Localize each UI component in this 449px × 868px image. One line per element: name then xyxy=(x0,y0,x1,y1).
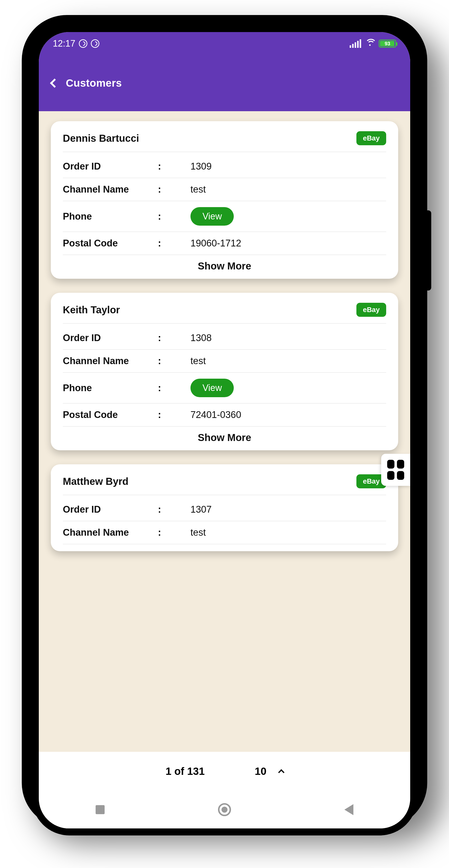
label-postal-code: Postal Code xyxy=(63,409,158,420)
label-order-id: Order ID xyxy=(63,161,158,172)
row-channel-name: Channel Name : test xyxy=(63,521,386,544)
status-right: 93 xyxy=(350,39,396,48)
grid-icon xyxy=(387,471,394,480)
status-bar: 12:17 93 xyxy=(39,32,410,55)
row-postal-code: Postal Code : 72401-0360 xyxy=(63,403,386,427)
battery-icon: 93 xyxy=(379,39,396,48)
pagination-text: 1 of 131 xyxy=(165,765,204,777)
customer-card: Keith Taylor eBay Order ID : 1308 Channe… xyxy=(51,293,398,450)
label-postal-code: Postal Code xyxy=(63,238,158,249)
pagination-bar: 1 of 131 10 xyxy=(39,752,410,791)
show-more-button[interactable]: Show More xyxy=(63,427,386,443)
colon: : xyxy=(158,238,190,249)
grid-view-button[interactable] xyxy=(381,454,410,486)
dnd-icon xyxy=(79,39,87,48)
value-order-id: 1309 xyxy=(190,161,386,172)
label-channel-name: Channel Name xyxy=(63,184,158,195)
label-phone: Phone xyxy=(63,383,158,394)
colon: : xyxy=(158,409,190,420)
card-header: Matthew Byrd eBay xyxy=(63,474,386,495)
customer-card: Matthew Byrd eBay Order ID : 1307 Channe… xyxy=(51,464,398,551)
label-order-id: Order ID xyxy=(63,333,158,343)
row-phone: Phone : View xyxy=(63,201,386,232)
colon: : xyxy=(158,355,190,366)
screen: 12:17 93 xyxy=(39,32,410,829)
page-size-selector[interactable]: 10 xyxy=(255,765,284,777)
colon: : xyxy=(158,161,190,172)
channel-badge: eBay xyxy=(356,131,386,145)
wifi-icon xyxy=(365,40,375,47)
show-more-button[interactable]: Show More xyxy=(63,255,386,272)
value-order-id: 1307 xyxy=(190,504,386,515)
label-channel-name: Channel Name xyxy=(63,527,158,538)
row-order-id: Order ID : 1309 xyxy=(63,155,386,178)
clock: 12:17 xyxy=(53,38,75,49)
colon: : xyxy=(158,383,190,394)
customer-name: Keith Taylor xyxy=(63,304,120,315)
android-nav-bar xyxy=(39,791,410,829)
signal-icon xyxy=(350,39,361,48)
grid-icon xyxy=(387,460,394,469)
value-order-id: 1308 xyxy=(190,333,386,343)
value-postal-code: 19060-1712 xyxy=(190,238,386,249)
label-order-id: Order ID xyxy=(63,504,158,515)
app-bar: Customers xyxy=(39,55,410,111)
content-area: Dennis Bartucci eBay Order ID : 1309 Cha… xyxy=(39,111,410,752)
home-button[interactable] xyxy=(218,803,231,816)
value-postal-code: 72401-0360 xyxy=(190,409,386,420)
customer-card: Dennis Bartucci eBay Order ID : 1309 Cha… xyxy=(51,121,398,279)
view-phone-button[interactable]: View xyxy=(190,207,234,226)
row-order-id: Order ID : 1308 xyxy=(63,327,386,350)
value-channel-name: test xyxy=(190,527,386,538)
value-channel-name: test xyxy=(190,355,386,366)
grid-icon xyxy=(397,460,404,469)
label-phone: Phone xyxy=(63,211,158,222)
chevron-up-icon xyxy=(278,769,284,775)
customer-name: Dennis Bartucci xyxy=(63,133,139,144)
back-button[interactable] xyxy=(344,804,353,815)
view-phone-button[interactable]: View xyxy=(190,379,234,397)
row-postal-code: Postal Code : 19060-1712 xyxy=(63,232,386,255)
colon: : xyxy=(158,333,190,343)
sync-icon xyxy=(91,39,99,48)
page-size-value: 10 xyxy=(255,765,266,777)
card-header: Dennis Bartucci eBay xyxy=(63,131,386,152)
label-channel-name: Channel Name xyxy=(63,355,158,366)
row-channel-name: Channel Name : test xyxy=(63,350,386,373)
page-title: Customers xyxy=(66,77,122,89)
phone-frame: 12:17 93 xyxy=(22,15,427,828)
colon: : xyxy=(158,527,190,538)
status-left: 12:17 xyxy=(53,38,99,49)
row-phone: Phone : View xyxy=(63,373,386,403)
value-channel-name: test xyxy=(190,184,386,195)
battery-percent: 93 xyxy=(385,41,390,46)
colon: : xyxy=(158,504,190,515)
grid-icon xyxy=(397,471,404,480)
row-channel-name: Channel Name : test xyxy=(63,178,386,201)
card-header: Keith Taylor eBay xyxy=(63,303,386,323)
row-order-id: Order ID : 1307 xyxy=(63,498,386,521)
back-icon[interactable] xyxy=(50,79,59,88)
customer-name: Matthew Byrd xyxy=(63,476,128,487)
colon: : xyxy=(158,211,190,222)
channel-badge: eBay xyxy=(356,303,386,317)
colon: : xyxy=(158,184,190,195)
phone-bezel: 12:17 93 xyxy=(32,25,417,835)
recent-apps-button[interactable] xyxy=(96,805,105,814)
